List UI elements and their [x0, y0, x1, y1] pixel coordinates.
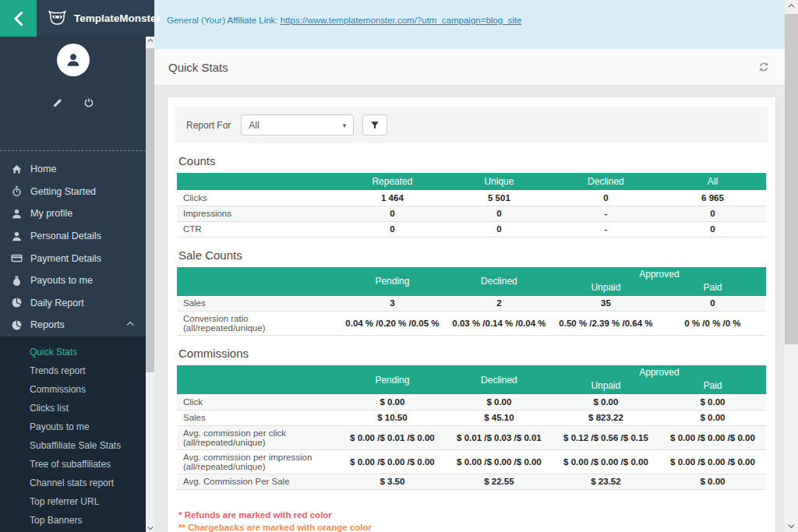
- refresh-icon[interactable]: [758, 62, 769, 72]
- edit-profile-icon[interactable]: [52, 97, 63, 108]
- column-header: Declined: [553, 173, 659, 190]
- cell-value: 0 % /0 % /0 %: [659, 312, 766, 336]
- cell-value: 0.04 % /0.20 % /0.05 %: [339, 312, 446, 336]
- table-row: Impressions00-0: [177, 206, 766, 221]
- cell-value: $ 3.50: [339, 474, 446, 489]
- cell-value: 0: [659, 206, 766, 221]
- home-icon: [11, 164, 23, 175]
- sidebar-item-label: Reports: [30, 319, 126, 330]
- templatemonster-logo-icon: [47, 10, 68, 26]
- card-icon: [11, 252, 23, 264]
- page-title: Quick Stats: [168, 61, 228, 74]
- column-group-header: Approved: [553, 365, 766, 379]
- chevron-left-icon: [12, 10, 25, 27]
- row-label: Clicks: [177, 190, 339, 206]
- submenu-item-quick-stats[interactable]: Quick Stats: [0, 343, 146, 361]
- table-row: Avg. Commission Per Sale$ 3.50$ 22.55$ 2…: [177, 474, 766, 489]
- sidebar-item-my-profile[interactable]: My profile: [0, 203, 146, 225]
- scroll-down-icon[interactable]: [785, 523, 798, 529]
- user-icon: [11, 208, 23, 220]
- submenu-item-subaffiliate-sale-stats[interactable]: Subaffiliate Sale Stats: [0, 436, 146, 455]
- cell-value: $ 0.00 /$ 0.00 /$ 0.00: [659, 425, 766, 449]
- submenu-item-channel-stats-report[interactable]: Channel stats report: [0, 474, 146, 492]
- sidebar-item-label: Getting Started: [30, 186, 134, 197]
- submenu-item-top-referrer-url[interactable]: Top referrer URL: [0, 492, 146, 511]
- cell-value: 6 965: [659, 190, 766, 206]
- row-label: Avg. commission per impression (all/repe…: [177, 449, 339, 474]
- submenu-item-payouts-to-me[interactable]: Payouts to me: [0, 417, 146, 436]
- sidebar-menu: HomeGetting StartedMy profilePersonal De…: [0, 151, 146, 336]
- submenu-item-top-banners[interactable]: Top Banners: [0, 511, 146, 530]
- cell-value: 3: [339, 296, 446, 312]
- tables-container: CountsRepeatedUniqueDeclinedAllClicks1 4…: [175, 154, 768, 490]
- sidebar-item-daily-report[interactable]: Daily Report: [0, 292, 146, 315]
- scroll-down-icon[interactable]: [146, 526, 154, 530]
- page-scrollbar-thumb[interactable]: [785, 14, 798, 344]
- pie-icon: [11, 297, 23, 308]
- sidebar-item-payouts-to-me[interactable]: Payouts to me: [0, 270, 146, 292]
- moneybag-icon: [11, 275, 23, 287]
- affiliate-link[interactable]: https://www.templatemonster.com/?utm_cam…: [281, 16, 522, 25]
- cell-value: 0: [659, 296, 766, 312]
- section-commissions: CommissionsPendingDeclinedApprovedUnpaid…: [175, 347, 768, 490]
- section-title: Commissions: [178, 347, 766, 360]
- submenu-item-trends-report[interactable]: Trends report: [0, 361, 146, 380]
- chevron-up-icon: [126, 321, 134, 329]
- column-header: Paid: [659, 281, 766, 296]
- cell-value: $ 0.00 /$ 0.00 /$ 0.00: [553, 449, 659, 474]
- sidebar-item-label: Payment Details: [30, 253, 134, 264]
- row-label: Avg. commission per click (all/repeated/…: [177, 425, 339, 449]
- footnote: ** Chargebacks are marked with orange co…: [178, 521, 764, 532]
- sidebar-item-personal-details[interactable]: Personal Details: [0, 225, 146, 248]
- sidebar-scrollbar-thumb[interactable]: [146, 48, 154, 372]
- cell-value: $ 0.12 /$ 0.56 /$ 0.15: [553, 425, 659, 449]
- sidebar-item-home[interactable]: Home: [0, 158, 146, 181]
- user-icon: [65, 51, 82, 69]
- report-for-selected-value: All: [249, 120, 342, 131]
- table-row: Avg. commission per click (all/repeated/…: [177, 425, 766, 449]
- avatar[interactable]: [57, 44, 90, 76]
- row-label: Impressions: [177, 206, 339, 221]
- cell-value: 0: [446, 206, 553, 221]
- sale-counts-table: PendingDeclinedApprovedUnpaidPaidSales32…: [177, 267, 766, 336]
- row-label: Avg. Commission Per Sale: [177, 474, 339, 489]
- affiliate-link-label: General (Your) Affiliate Link:: [167, 16, 281, 25]
- cell-value: 1 464: [339, 190, 446, 206]
- content-area: Report For All ▾ CountsRepeatedUniqueDec…: [154, 86, 785, 532]
- cell-value: 0: [339, 221, 446, 237]
- submenu-item-tree-of-subaffiliates[interactable]: Tree of subaffiliates: [0, 455, 146, 474]
- row-label: Conversion ratio (all/repeated/unique): [177, 312, 339, 336]
- logout-power-icon[interactable]: [83, 97, 94, 108]
- sidebar-scrollbar[interactable]: [146, 37, 154, 532]
- filter-row: Report For All ▾: [175, 107, 768, 143]
- table-row: Sales$ 10.50$ 45.10$ 823.22$ 0.00: [177, 410, 766, 425]
- main-content: Quick Stats Report For All ▾: [154, 49, 785, 532]
- filter-button[interactable]: [362, 115, 387, 136]
- sidebar-item-reports[interactable]: Reports: [0, 314, 146, 336]
- cell-value: $ 0.00 /$ 0.00 /$ 0.00: [446, 449, 553, 474]
- profile-actions: [0, 97, 146, 108]
- column-group-header: Approved: [553, 267, 766, 281]
- sidebar: HomeGetting StartedMy profilePersonal De…: [0, 37, 146, 532]
- page-scrollbar[interactable]: [785, 0, 798, 532]
- app-root: TemplateMonster General (Your) Affiliate…: [0, 0, 798, 532]
- cell-value: $ 0.00: [659, 474, 766, 489]
- cell-value: $ 22.55: [446, 474, 553, 489]
- scroll-up-icon[interactable]: [785, 3, 798, 9]
- sidebar-item-label: Payouts to me: [30, 275, 134, 286]
- submenu-item-commissions[interactable]: Commissions: [0, 380, 146, 399]
- back-button[interactable]: [0, 0, 37, 37]
- submenu-item-clicks-list[interactable]: Clicks list: [0, 399, 146, 417]
- table-row: CTR00-0: [177, 221, 766, 237]
- cell-value: 0.50 % /2.39 % /0.64 %: [553, 312, 659, 336]
- brand-logo[interactable]: TemplateMonster: [37, 0, 161, 37]
- sidebar-item-getting-started[interactable]: Getting Started: [0, 181, 146, 203]
- scroll-up-icon[interactable]: [146, 38, 154, 43]
- counts-table: RepeatedUniqueDeclinedAllClicks1 4645 50…: [177, 173, 766, 238]
- cell-value: 0: [553, 190, 659, 206]
- column-header: Declined: [446, 267, 553, 296]
- sidebar-item-payment-details[interactable]: Payment Details: [0, 247, 146, 270]
- report-for-select[interactable]: All ▾: [241, 115, 354, 136]
- cell-value: $ 0.00: [339, 394, 446, 410]
- row-label: Sales: [177, 410, 339, 425]
